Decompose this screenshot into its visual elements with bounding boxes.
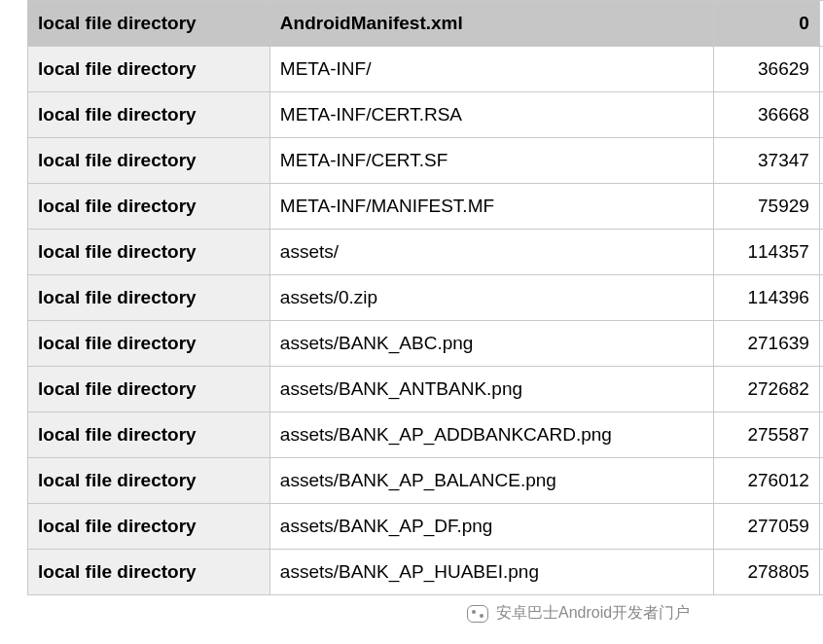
table-row: local file directory META-INF/MANIFEST.M… (28, 184, 824, 230)
row-extra (819, 550, 823, 595)
row-num: 275587 (714, 412, 820, 458)
row-extra (819, 47, 823, 92)
row-num: 278805 (714, 550, 820, 595)
row-extra (819, 184, 823, 230)
row-extra (819, 321, 823, 367)
row-num: 114396 (714, 275, 820, 321)
table-row: local file directory assets/BANK_AP_HUAB… (28, 550, 824, 595)
row-num: 271639 (714, 321, 820, 367)
watermark-text: 安卓巴士Android开发者门户 (496, 603, 690, 624)
table-header-row: local file directory AndroidManifest.xml… (28, 1, 824, 47)
row-label: local file directory (28, 458, 270, 504)
row-num: 36629 (714, 47, 820, 92)
row-extra (819, 412, 823, 458)
row-extra (819, 138, 823, 184)
table-row: local file directory assets/BANK_ANTBANK… (28, 367, 824, 412)
table-row: local file directory assets/BANK_ABC.png… (28, 321, 824, 367)
table-row: local file directory META-INF/CERT.RSA 3… (28, 92, 824, 138)
table-row: local file directory assets/BANK_AP_DF.p… (28, 504, 824, 550)
row-label: local file directory (28, 47, 270, 92)
row-label: local file directory (28, 230, 270, 275)
watermark: 安卓巴士Android开发者门户 (467, 603, 690, 624)
row-label: local file directory (28, 184, 270, 230)
table-row: local file directory assets/0.zip 114396 (28, 275, 824, 321)
header-path: AndroidManifest.xml (269, 1, 713, 47)
file-table: local file directory AndroidManifest.xml… (27, 0, 823, 595)
row-extra (819, 504, 823, 550)
row-extra (819, 230, 823, 275)
row-path: assets/ (269, 230, 713, 275)
row-extra (819, 367, 823, 412)
row-path: assets/BANK_ANTBANK.png (269, 367, 713, 412)
row-path: assets/BANK_ABC.png (269, 321, 713, 367)
row-label: local file directory (28, 504, 270, 550)
table-row: local file directory assets/BANK_AP_ADDB… (28, 412, 824, 458)
row-path: assets/0.zip (269, 275, 713, 321)
row-extra (819, 92, 823, 138)
row-num: 37347 (714, 138, 820, 184)
row-path: META-INF/ (269, 47, 713, 92)
row-num: 272682 (714, 367, 820, 412)
row-label: local file directory (28, 367, 270, 412)
table-row: local file directory assets/BANK_AP_BALA… (28, 458, 824, 504)
row-label: local file directory (28, 321, 270, 367)
row-path: assets/BANK_AP_ADDBANKCARD.png (269, 412, 713, 458)
row-num: 276012 (714, 458, 820, 504)
row-num: 114357 (714, 230, 820, 275)
row-label: local file directory (28, 550, 270, 595)
table-row: local file directory assets/ 114357 (28, 230, 824, 275)
row-extra (819, 458, 823, 504)
row-num: 36668 (714, 92, 820, 138)
header-num: 0 (714, 1, 820, 47)
row-num: 277059 (714, 504, 820, 550)
header-extra (819, 1, 823, 47)
row-path: assets/BANK_AP_DF.png (269, 504, 713, 550)
row-path: META-INF/CERT.RSA (269, 92, 713, 138)
row-label: local file directory (28, 138, 270, 184)
row-num: 75929 (714, 184, 820, 230)
header-label: local file directory (28, 1, 270, 47)
row-label: local file directory (28, 275, 270, 321)
row-extra (819, 275, 823, 321)
row-path: META-INF/MANIFEST.MF (269, 184, 713, 230)
row-label: local file directory (28, 92, 270, 138)
row-path: assets/BANK_AP_HUABEI.png (269, 550, 713, 595)
row-path: META-INF/CERT.SF (269, 138, 713, 184)
wechat-icon (467, 605, 488, 623)
table-row: local file directory META-INF/CERT.SF 37… (28, 138, 824, 184)
row-path: assets/BANK_AP_BALANCE.png (269, 458, 713, 504)
row-label: local file directory (28, 412, 270, 458)
table-row: local file directory META-INF/ 36629 (28, 47, 824, 92)
